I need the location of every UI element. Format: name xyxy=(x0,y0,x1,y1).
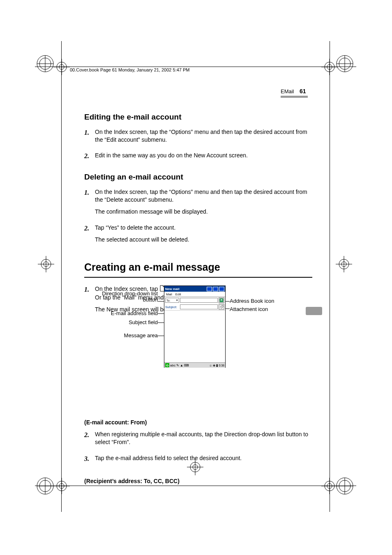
taskbar-status-icon: ◈ xyxy=(213,364,215,367)
step-text: Tap the e-mail address field to select t… xyxy=(95,454,312,462)
corner-ornament-icon xyxy=(336,477,354,495)
taskbar-status-icon: ☼ xyxy=(209,364,212,367)
step-result: The confirmation message will be display… xyxy=(95,208,312,216)
leader-line xyxy=(158,301,164,302)
callout-attachment-icon: Attachment icon xyxy=(230,306,295,312)
callout-subject-field: Subject field xyxy=(100,319,158,325)
callout-email-field: E-mail address field xyxy=(100,310,158,316)
chevron-down-icon: ▾ xyxy=(176,299,178,302)
attachment-icon xyxy=(219,305,224,309)
step-number: 1. xyxy=(84,285,95,294)
taskbar-keyboard-icon[interactable]: ⌨ xyxy=(184,364,189,367)
svg-rect-23 xyxy=(221,299,222,300)
pda-menubar: Mail Edit xyxy=(164,292,225,297)
leader-line xyxy=(226,301,230,302)
leader-line xyxy=(158,336,164,336)
step-text: On the Index screen, tap the “Options” m… xyxy=(95,128,312,144)
callout-direction-dropdown: Direction drop-down list button xyxy=(100,290,158,303)
registration-mark-icon xyxy=(321,59,338,75)
corner-ornament-icon xyxy=(336,55,354,73)
step: 2. When registering multiple e-mail acco… xyxy=(84,431,312,450)
pda-title: New mail xyxy=(165,287,180,291)
taskbar-pen-icon[interactable]: ✎ xyxy=(176,364,179,367)
heading-creating-message: Creating an e-mail message xyxy=(84,260,312,274)
step-number: 2. xyxy=(84,224,95,233)
taskbar-icon[interactable]: abc xyxy=(170,364,175,367)
pda-taskbar: G abc ✎ ▲ ⌨ ☼ ◈ ▮ 0:38 xyxy=(164,362,225,368)
step-text: When registering multiple e-mail account… xyxy=(95,431,312,446)
corner-ornament-icon xyxy=(36,55,54,73)
pda-to-row: To: ▾ xyxy=(164,297,225,304)
heading-deleting-account: Deleting an e-mail account xyxy=(84,172,312,182)
direction-dropdown[interactable]: To: ▾ xyxy=(165,298,179,303)
subject-label: Subject: xyxy=(165,305,179,309)
direction-dropdown-label: To: xyxy=(166,299,170,302)
address-book-icon xyxy=(219,298,224,302)
leader-line xyxy=(158,313,164,314)
header-underline xyxy=(281,96,308,98)
titlebar-button-icon[interactable] xyxy=(213,287,218,291)
step-number: 2. xyxy=(84,431,95,440)
attachment-button[interactable] xyxy=(219,304,224,310)
crop-line-right xyxy=(330,41,330,512)
subheading-recipient: (Recipient’s address: To, CC, BCC) xyxy=(84,477,312,485)
menu-mail[interactable]: Mail xyxy=(166,292,172,296)
registration-mark-icon xyxy=(38,256,54,272)
registration-mark-icon xyxy=(336,256,352,272)
registration-mark-icon xyxy=(53,59,70,75)
subject-field[interactable] xyxy=(180,304,218,309)
chapter-label: EMail xyxy=(281,88,294,94)
step: 1. On the Index screen, tap the “Options… xyxy=(84,188,312,220)
step: 3. Tap the e-mail address field to selec… xyxy=(84,454,312,466)
step: 2. Edit in the same way as you do on the… xyxy=(84,152,312,164)
step-number: 2. xyxy=(84,152,95,161)
registration-mark-icon xyxy=(321,478,338,494)
pda-subject-row: Subject: xyxy=(164,304,225,310)
taskbar-clock: 0:38 xyxy=(219,364,224,367)
leader-line xyxy=(158,322,164,323)
menu-edit[interactable]: Edit xyxy=(175,292,181,296)
heading-rule xyxy=(84,277,312,278)
subheading-from: (E-mail account: From) xyxy=(84,419,312,426)
pda-titlebar: New mail xyxy=(164,286,225,292)
new-mail-diagram: Direction drop-down list button E-mail a… xyxy=(100,286,297,372)
step-result: The selected account will be deleted. xyxy=(95,236,312,244)
step: 1. On the Index screen, tap the “Options… xyxy=(84,128,312,148)
step-number: 1. xyxy=(84,188,95,197)
address-book-button[interactable] xyxy=(219,297,224,303)
callout-address-book-icon: Address Book icon xyxy=(230,298,295,304)
step-number: 3. xyxy=(84,454,95,463)
heading-editing-account: Editing the e-mail account xyxy=(84,112,312,122)
callout-message-area: Message area xyxy=(100,332,158,339)
step-text: Tap “Yes” to delete the account. xyxy=(95,224,312,232)
step-number: 1. xyxy=(84,128,95,137)
corner-ornament-icon xyxy=(36,477,54,495)
taskbar-g-icon[interactable]: G xyxy=(165,363,169,367)
titlebar-button-icon[interactable] xyxy=(219,287,224,291)
titlebar-button-icon[interactable] xyxy=(207,287,212,291)
page-number: 61 xyxy=(300,88,306,94)
step: 2. Tap “Yes” to delete the account. The … xyxy=(84,224,312,248)
page: 00.Cover.book Page 61 Monday, January 21… xyxy=(0,0,392,555)
pda-titlebar-buttons xyxy=(207,287,224,291)
leader-line xyxy=(226,309,230,309)
step-text: On the Index screen, tap the “Options” m… xyxy=(95,188,312,204)
email-address-field[interactable] xyxy=(180,298,218,303)
running-header: 00.Cover.book Page 61 Monday, January 21… xyxy=(70,67,190,72)
pda-screen: New mail Mail Edit To: ▾ xyxy=(164,286,226,368)
crop-line-left xyxy=(61,41,62,512)
message-area[interactable] xyxy=(164,310,225,362)
crop-line-top xyxy=(35,67,356,67)
taskbar-up-icon[interactable]: ▲ xyxy=(180,364,183,367)
step-text: Edit in the same way as you do on the Ne… xyxy=(95,152,312,159)
taskbar-battery-icon: ▮ xyxy=(216,364,218,367)
registration-mark-icon xyxy=(53,478,70,494)
